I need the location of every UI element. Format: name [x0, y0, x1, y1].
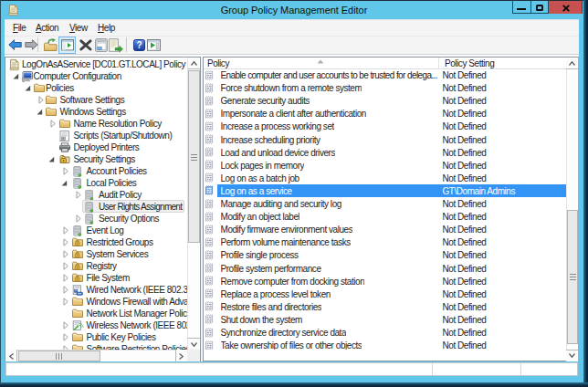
svg-text:?: ?	[136, 40, 142, 50]
